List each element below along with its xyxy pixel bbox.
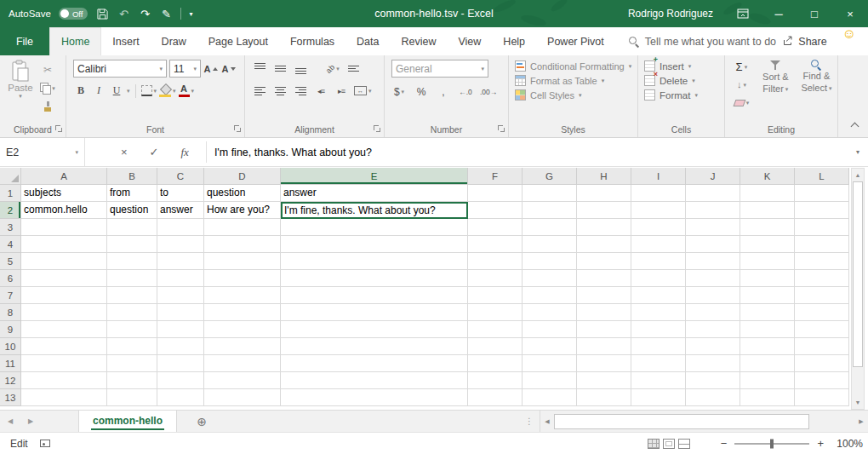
cell-A3[interactable] — [21, 219, 107, 236]
tab-file[interactable]: File — [0, 27, 49, 55]
cell-L5[interactable] — [795, 253, 849, 270]
column-header-E[interactable]: E — [281, 168, 468, 185]
column-header-C[interactable]: C — [157, 168, 204, 185]
cell-H10[interactable] — [577, 338, 631, 355]
cell-E11[interactable] — [281, 355, 468, 372]
cell-I1[interactable] — [631, 185, 686, 202]
font-dialog-launcher[interactable] — [234, 125, 242, 133]
row-header-13[interactable]: 13 — [0, 389, 21, 406]
cell-E5[interactable] — [281, 253, 468, 270]
cell-J4[interactable] — [686, 236, 740, 253]
scroll-left-icon[interactable]: ◀ — [540, 418, 554, 425]
cell-A11[interactable] — [21, 355, 107, 372]
cell-L4[interactable] — [795, 236, 849, 253]
row-header-12[interactable]: 12 — [0, 372, 21, 389]
cell-B9[interactable] — [107, 321, 157, 338]
cell-F3[interactable] — [468, 219, 523, 236]
cell-K5[interactable] — [740, 253, 795, 270]
cell-G2[interactable] — [523, 202, 577, 219]
cell-A6[interactable] — [21, 270, 107, 287]
clear-button[interactable]: ▾ — [729, 95, 754, 111]
cell-J9[interactable] — [686, 321, 740, 338]
pen-icon[interactable]: ✎ — [159, 9, 173, 20]
alignment-dialog-launcher[interactable] — [374, 125, 381, 133]
cell-G6[interactable] — [523, 270, 577, 287]
column-header-F[interactable]: F — [468, 168, 523, 185]
zoom-percentage[interactable]: 100% — [832, 438, 863, 450]
font-name-select[interactable]: Calibri▾ — [73, 60, 167, 78]
row-header-3[interactable]: 3 — [0, 219, 21, 236]
undo-icon[interactable]: ↶ — [117, 9, 130, 20]
cell-B11[interactable] — [107, 355, 157, 372]
align-top-button[interactable] — [252, 60, 267, 77]
cell-J13[interactable] — [686, 389, 740, 406]
cell-D10[interactable] — [204, 338, 281, 355]
cell-D12[interactable] — [204, 372, 281, 389]
cell-E12[interactable] — [281, 372, 468, 389]
tab-draw[interactable]: Draw — [151, 27, 197, 55]
zoom-slider-thumb[interactable] — [770, 439, 774, 448]
align-right-button[interactable] — [293, 83, 308, 99]
maximize-button[interactable]: □ — [797, 0, 832, 27]
italic-button[interactable]: I — [91, 83, 106, 99]
enter-icon[interactable]: ✓ — [150, 146, 159, 158]
decrease-indent-button[interactable]: ◂≡ — [313, 83, 328, 99]
fill-button[interactable]: ↓▾ — [729, 77, 754, 93]
scroll-down-icon[interactable]: ▼ — [852, 396, 864, 409]
increase-font-size-button[interactable]: A — [203, 60, 219, 77]
cell-I9[interactable] — [631, 321, 686, 338]
cell-E6[interactable] — [281, 270, 468, 287]
number-format-select[interactable]: General▾ — [391, 60, 488, 78]
cell-A12[interactable] — [21, 372, 107, 389]
cell-E7[interactable] — [281, 287, 468, 304]
cell-C1[interactable]: to — [157, 185, 204, 202]
cell-D4[interactable] — [204, 236, 281, 253]
decrease-font-size-button[interactable]: A — [221, 60, 237, 77]
cell-B4[interactable] — [107, 236, 157, 253]
column-header-D[interactable]: D — [204, 168, 281, 185]
tab-view[interactable]: View — [447, 27, 492, 55]
tab-home[interactable]: Home — [49, 27, 101, 55]
cell-K1[interactable] — [740, 185, 795, 202]
align-center-button[interactable] — [272, 83, 288, 99]
cell-L7[interactable] — [795, 287, 849, 304]
cell-J10[interactable] — [686, 338, 740, 355]
tab-review[interactable]: Review — [390, 27, 447, 55]
cell-K2[interactable] — [740, 202, 795, 219]
cell-F7[interactable] — [468, 287, 523, 304]
page-break-view-icon[interactable] — [678, 439, 690, 449]
cell-L13[interactable] — [795, 389, 849, 406]
tab-page-layout[interactable]: Page Layout — [197, 27, 279, 55]
column-header-H[interactable]: H — [577, 168, 631, 185]
cell-I2[interactable] — [631, 202, 686, 219]
align-bottom-button[interactable] — [293, 60, 308, 77]
scroll-right-icon[interactable]: ▶ — [854, 418, 868, 425]
cell-B8[interactable] — [107, 304, 157, 321]
cell-K10[interactable] — [740, 338, 795, 355]
cell-J7[interactable] — [686, 287, 740, 304]
cell-F11[interactable] — [468, 355, 523, 372]
clipboard-dialog-launcher[interactable] — [55, 125, 63, 133]
tab-scrollbar-divider[interactable]: ⋮ — [519, 411, 540, 432]
format-painter-button[interactable] — [40, 99, 55, 115]
autosum-button[interactable]: Σ▾ — [729, 59, 754, 75]
tab-power-pivot[interactable]: Power Pivot — [536, 27, 615, 55]
cell-D13[interactable] — [204, 389, 281, 406]
collapse-ribbon-icon[interactable] — [851, 123, 859, 131]
conditional-formatting-button[interactable]: Conditional Formatting ▾ — [515, 60, 634, 72]
column-header-K[interactable]: K — [740, 168, 795, 185]
cell-D5[interactable] — [204, 253, 281, 270]
cell-D9[interactable] — [204, 321, 281, 338]
cell-G10[interactable] — [523, 338, 577, 355]
redo-icon[interactable]: ↷ — [138, 9, 151, 20]
cell-A9[interactable] — [21, 321, 107, 338]
insert-function-icon[interactable]: fx — [181, 146, 189, 159]
cell-G9[interactable] — [523, 321, 577, 338]
cell-F10[interactable] — [468, 338, 523, 355]
row-header-9[interactable]: 9 — [0, 321, 21, 338]
cell-F6[interactable] — [468, 270, 523, 287]
cell-I10[interactable] — [631, 338, 686, 355]
cell-J12[interactable] — [686, 372, 740, 389]
cancel-icon[interactable]: × — [121, 146, 128, 158]
cell-K3[interactable] — [740, 219, 795, 236]
